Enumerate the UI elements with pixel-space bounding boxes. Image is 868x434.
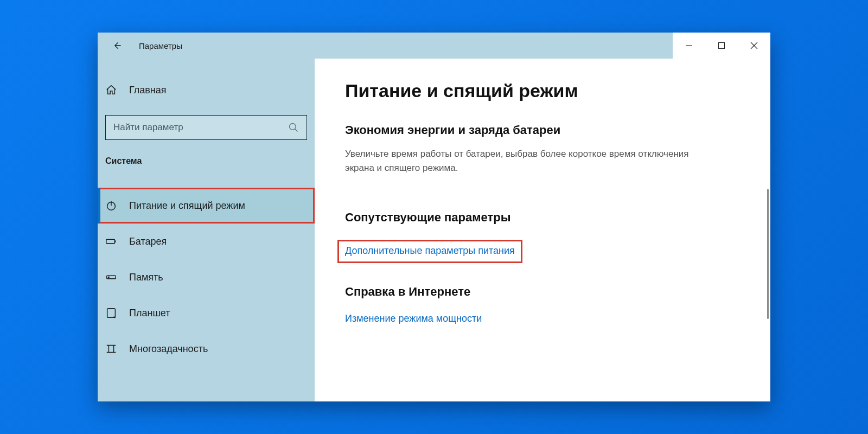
page-title: Питание и спящий режим <box>345 80 740 101</box>
sidebar-item-label: Батарея <box>129 236 167 247</box>
close-button[interactable] <box>738 33 770 59</box>
search-input[interactable] <box>113 122 288 133</box>
sidebar-item-tablet[interactable]: Планшет <box>98 295 315 331</box>
section-description: Увеличьте время работы от батареи, выбра… <box>345 147 692 176</box>
search-box[interactable] <box>105 115 307 140</box>
window-body: Главная Система Питание и спящий режим <box>98 59 770 401</box>
section-heading: Сопутствующие параметры <box>345 210 740 225</box>
svg-rect-3 <box>106 239 115 243</box>
power-icon <box>105 200 117 212</box>
section-heading: Справка в Интернете <box>345 285 740 299</box>
maximize-button[interactable] <box>705 33 738 59</box>
section-heading: Экономия энергии и заряда батареи <box>345 123 740 137</box>
tablet-icon <box>105 307 117 319</box>
sidebar-item-label: Память <box>129 272 163 283</box>
sidebar-item-label: Многозадачность <box>129 343 208 355</box>
titlebar: Параметры <box>98 33 770 59</box>
svg-rect-6 <box>107 309 116 318</box>
storage-icon <box>105 271 117 283</box>
svg-point-1 <box>290 124 296 130</box>
back-button[interactable] <box>106 35 128 56</box>
additional-power-settings-link[interactable]: Дополнительные параметры питания <box>345 245 515 257</box>
nav-list: Питание и спящий режим Батарея Память <box>98 188 315 367</box>
sidebar-item-power[interactable]: Питание и спящий режим <box>98 188 315 224</box>
sidebar-item-label: Питание и спящий режим <box>129 200 245 212</box>
maximize-icon <box>718 42 725 49</box>
section-label: Система <box>98 156 315 166</box>
window-controls <box>673 33 770 59</box>
multitask-icon <box>105 343 117 355</box>
svg-rect-0 <box>719 43 725 49</box>
window-title: Параметры <box>139 41 182 50</box>
arrow-left-icon <box>112 40 123 51</box>
sidebar-item-label: Планшет <box>129 308 170 319</box>
settings-window: Параметры Главная <box>98 33 770 401</box>
sidebar: Главная Система Питание и спящий режим <box>98 59 315 401</box>
search-icon <box>288 122 299 133</box>
svg-point-5 <box>108 277 109 277</box>
close-icon <box>750 42 758 49</box>
section-energy: Экономия энергии и заряда батареи Увелич… <box>345 123 740 176</box>
minimize-button[interactable] <box>673 33 705 59</box>
minimize-icon <box>685 42 693 49</box>
related-link-highlight: Дополнительные параметры питания <box>337 240 522 263</box>
main-pane: Питание и спящий режим Экономия энергии … <box>315 59 770 401</box>
battery-icon <box>105 235 117 247</box>
sidebar-item-battery[interactable]: Батарея <box>98 224 315 259</box>
home-label: Главная <box>129 85 167 96</box>
home-icon <box>105 84 117 96</box>
section-related: Сопутствующие параметры Дополнительные п… <box>345 210 740 285</box>
section-help: Справка в Интернете Изменение режима мощ… <box>345 285 740 324</box>
home-nav[interactable]: Главная <box>98 79 315 101</box>
sidebar-item-multitask[interactable]: Многозадачность <box>98 331 315 367</box>
scrollbar-thumb[interactable] <box>767 189 769 319</box>
sidebar-item-storage[interactable]: Память <box>98 259 315 295</box>
power-mode-help-link[interactable]: Изменение режима мощности <box>345 313 482 324</box>
